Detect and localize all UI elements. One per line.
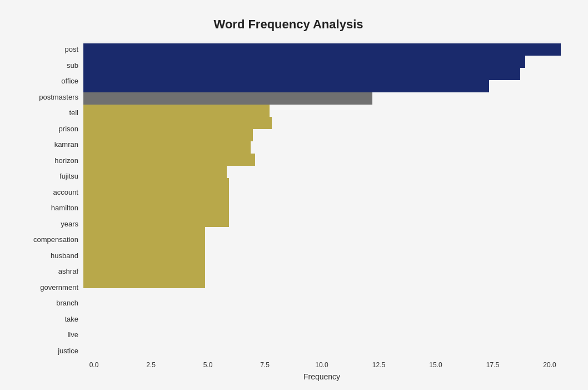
bar-row xyxy=(83,43,561,56)
y-label: kamran xyxy=(16,137,78,152)
x-tick-label: 15.0 xyxy=(425,361,447,369)
y-label: years xyxy=(16,216,78,231)
chart-area: postsubofficepostmasterstellprisonkamran… xyxy=(16,42,561,359)
bar-row xyxy=(83,117,561,129)
x-tick-label: 10.0 xyxy=(311,361,333,369)
bar-row xyxy=(83,251,561,264)
bar-row xyxy=(83,178,561,190)
bar-row xyxy=(83,215,561,227)
bar xyxy=(83,264,205,276)
bar xyxy=(83,105,270,117)
bar xyxy=(83,215,229,227)
x-axis: 0.02.55.07.510.012.515.017.520.0 xyxy=(83,361,561,369)
y-label: postmasters xyxy=(16,90,78,104)
chart-title: Word Frequency Analysis xyxy=(16,17,561,32)
y-label: fujitsu xyxy=(16,169,78,184)
y-label: government xyxy=(16,280,78,294)
bar-row xyxy=(83,190,561,203)
y-label: take xyxy=(16,312,78,326)
bar xyxy=(83,190,229,203)
bar-row xyxy=(83,92,561,105)
x-tick-label: 7.5 xyxy=(254,361,276,369)
bar-row xyxy=(83,129,561,141)
y-label: tell xyxy=(16,106,78,120)
bar xyxy=(83,80,489,92)
bar xyxy=(83,117,272,129)
bar-row xyxy=(83,264,561,276)
bar-row xyxy=(83,105,561,117)
bar xyxy=(83,276,205,288)
y-label: post xyxy=(16,42,78,57)
y-label: justice xyxy=(16,343,78,358)
bar xyxy=(83,43,561,56)
y-label: prison xyxy=(16,121,78,136)
bar-row xyxy=(83,68,561,80)
bar xyxy=(83,203,229,215)
y-label: hamilton xyxy=(16,201,78,215)
bar xyxy=(83,129,253,141)
y-label: account xyxy=(16,185,78,199)
bar-row xyxy=(83,141,561,154)
bar-row xyxy=(83,239,561,251)
bar-row xyxy=(83,56,561,68)
bar xyxy=(83,178,229,190)
y-label: sub xyxy=(16,58,78,72)
x-axis-title: Frequency xyxy=(83,372,561,381)
y-label: live xyxy=(16,328,78,342)
bar-row xyxy=(83,203,561,215)
x-tick-label: 17.5 xyxy=(482,361,504,369)
bar-row xyxy=(83,227,561,239)
bars-area xyxy=(83,42,561,42)
x-tick-label: 2.5 xyxy=(140,361,162,369)
bar xyxy=(83,56,525,68)
chart-container: Word Frequency Analysis postsubofficepos… xyxy=(11,6,577,384)
bar xyxy=(83,92,372,105)
bar xyxy=(83,239,205,251)
bar-row xyxy=(83,154,561,166)
y-axis: postsubofficepostmasterstellprisonkamran… xyxy=(16,42,83,359)
bar-row xyxy=(83,276,561,288)
bar-row xyxy=(83,80,561,92)
y-label: horizon xyxy=(16,153,78,167)
bar xyxy=(83,251,205,264)
y-label: husband xyxy=(16,248,78,263)
y-label: office xyxy=(16,74,78,88)
bar xyxy=(83,227,205,239)
x-tick-label: 20.0 xyxy=(539,361,561,369)
x-tick-label: 5.0 xyxy=(197,361,219,369)
bar xyxy=(83,141,251,154)
bar xyxy=(83,154,255,166)
bar-row xyxy=(83,166,561,178)
x-tick-label: 12.5 xyxy=(368,361,390,369)
bar xyxy=(83,68,520,80)
y-label: branch xyxy=(16,296,78,310)
bar xyxy=(83,166,227,178)
y-label: ashraf xyxy=(16,264,78,279)
x-tick-label: 0.0 xyxy=(83,361,105,369)
bar-rows xyxy=(83,42,561,45)
y-label: compensation xyxy=(16,233,78,247)
